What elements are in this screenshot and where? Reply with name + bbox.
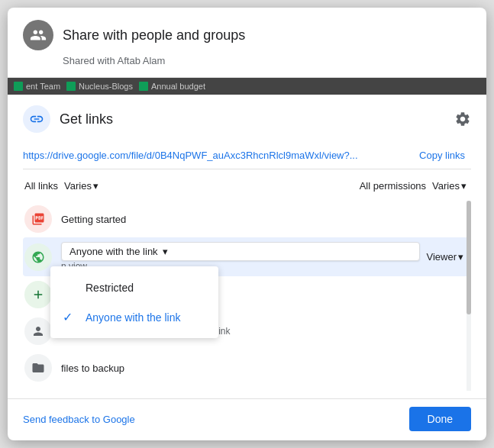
items-list: Getting started Anyone with the link ▾ n… (23, 201, 471, 391)
varies-dropdown-right[interactable]: Varies ▾ (429, 179, 470, 193)
restricted-label: Restricted (86, 282, 134, 294)
files-backup-name: files to backup (61, 363, 470, 374)
scrollbar[interactable] (467, 201, 471, 391)
copy-links-button[interactable]: Copy links (413, 147, 471, 164)
anyone-with-link-dropdown[interactable]: Anyone with the link ▾ (61, 242, 420, 261)
folder-icon (24, 354, 52, 382)
get-links-title: Get links (60, 111, 113, 127)
varies-dropdown-left[interactable]: Varies ▾ (61, 179, 102, 193)
link-icon-circle (23, 105, 50, 133)
taskbar-label-3: Annual budget (151, 82, 205, 91)
all-links-row: All links Varies ▾ All permissions Varie… (23, 179, 471, 193)
varies-label-left: Varies (64, 180, 92, 192)
all-links-right: All permissions Varies ▾ (360, 179, 470, 193)
footer: Send feedback to Google Done (8, 398, 486, 440)
scrollbar-thumb (467, 201, 471, 314)
taskbar-label-1: ent Team (26, 82, 60, 91)
get-links-section: Get links https://drive.google.com/file/… (8, 95, 486, 398)
taskbar-icon-2 (66, 82, 76, 91)
anyone-dropdown-label: Anyone with the link (86, 311, 181, 324)
get-links-title-row: Get links (23, 105, 471, 133)
url-row: https://drive.google.com/file/d/0B4NqPWF… (23, 142, 471, 169)
all-links-label: All links (24, 180, 58, 192)
files-backup-info: files to backup (61, 363, 470, 374)
all-permissions-label: All permissions (360, 180, 426, 192)
get-links-left: Get links (23, 105, 113, 133)
chevron-down-icon-anyone: ▾ (163, 246, 168, 257)
anyone-label: Anyone with the link (69, 246, 158, 257)
done-button[interactable]: Done (409, 407, 471, 431)
list-item-files-backup: files to backup (23, 350, 471, 386)
dropdown-item-anyone[interactable]: ✓ Anyone with the link (50, 302, 218, 332)
dropdown-item-restricted[interactable]: ✓ Restricted (50, 272, 218, 302)
taskbar-item-2: Nucleus-Blogs (66, 82, 133, 91)
getting-started-info: Getting started (61, 214, 470, 225)
taskbar-item-3: Annual budget (139, 82, 205, 91)
getting-started-name: Getting started (61, 214, 470, 225)
viewer-dropdown[interactable]: Viewer ▾ (420, 248, 470, 266)
all-links-left: All links Varies ▾ (24, 179, 102, 193)
chevron-down-icon-left: ▾ (93, 180, 98, 192)
link-type-dropdown-popup: ✓ Restricted ✓ Anyone with the link (50, 266, 218, 338)
taskbar-strip: ent Team Nucleus-Blogs Annual budget (8, 78, 486, 95)
person-icon (24, 317, 52, 345)
share-avatar (23, 20, 53, 50)
varies-label-right: Varies (432, 180, 460, 192)
chevron-down-icon-viewer: ▾ (458, 251, 463, 263)
plus-icon (24, 281, 52, 308)
url-text[interactable]: https://drive.google.com/file/d/0B4NqPWF… (23, 150, 407, 161)
taskbar-icon-3 (139, 82, 148, 91)
check-icon-anyone: ✓ (63, 310, 76, 324)
share-title: Share with people and groups (63, 27, 245, 44)
viewer-label: Viewer (426, 251, 457, 263)
modal-container: Share with people and groups Shared with… (8, 8, 486, 440)
settings-icon[interactable] (454, 111, 471, 127)
list-item-getting-started: Getting started (23, 201, 471, 237)
list-item-anyone-link: Anyone with the link ▾ n view Viewer ▾ ✓… (23, 237, 471, 276)
share-section: Share with people and groups Shared with… (8, 8, 486, 78)
feedback-link[interactable]: Send feedback to Google (23, 414, 135, 425)
taskbar-label-2: Nucleus-Blogs (79, 82, 133, 91)
taskbar-icon-1 (14, 82, 23, 91)
chevron-down-icon-right: ▾ (461, 180, 467, 192)
taskbar-item-1: ent Team (14, 82, 60, 91)
pdf-icon (24, 205, 52, 233)
shared-with-text: Shared with Aftab Alam (23, 55, 471, 66)
globe-icon (24, 243, 52, 271)
